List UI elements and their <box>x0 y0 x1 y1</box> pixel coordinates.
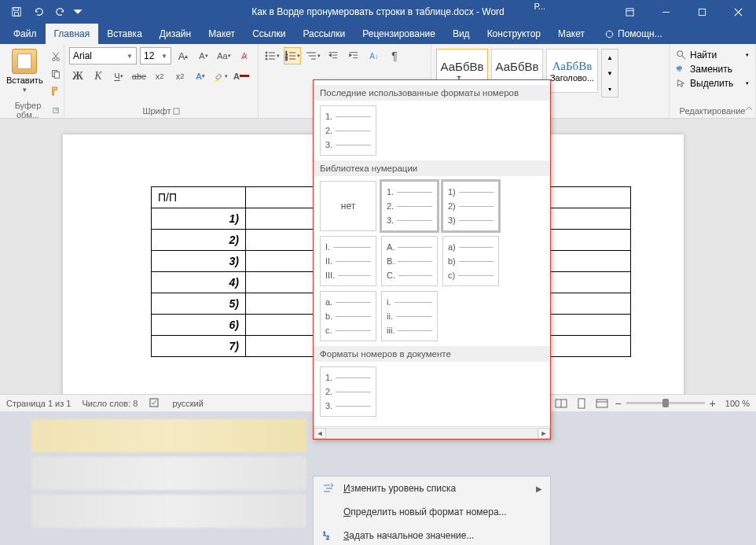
numfmt-none[interactable]: нет <box>320 181 376 231</box>
styles-down[interactable]: ▼ <box>602 65 618 81</box>
underline-button[interactable]: Ч▾ <box>110 68 127 85</box>
group-font: Arial▼ 12▼ A▴ A▾ Aa▾ A̷ Ж К Ч▾ abe x2 x2… <box>64 44 259 118</box>
zoom-in-button[interactable]: + <box>710 397 716 410</box>
print-layout-button[interactable] <box>574 396 589 411</box>
tab-file[interactable]: Файл <box>5 24 46 44</box>
numfmt-upper-alpha[interactable]: A. B. C. <box>381 236 438 286</box>
grow-font-button[interactable]: A▴ <box>174 47 192 64</box>
svg-point-21 <box>266 58 267 60</box>
scroll-right[interactable]: ► <box>538 428 550 439</box>
numfmt-lower-alpha-paren[interactable]: a) b) c) <box>442 236 499 286</box>
menu-define-new-format[interactable]: Определить новый формат номера... <box>314 500 550 524</box>
svg-point-19 <box>266 55 267 57</box>
numbering-menu: Изменить уровень списка ▶ Определить нов… <box>313 476 551 545</box>
redo-button[interactable] <box>50 2 71 22</box>
tab-mailings[interactable]: Рассылки <box>294 24 354 44</box>
ribbon-tabs: Файл Главная Вставка Дизайн Макет Ссылки… <box>0 24 756 44</box>
clear-format-button[interactable]: A̷ <box>236 47 253 64</box>
zoom-slider[interactable] <box>626 402 705 404</box>
undo-button[interactable] <box>28 2 49 22</box>
style-heading1[interactable]: АаБбВвЗаголово... <box>546 49 598 93</box>
spell-check-icon[interactable] <box>149 397 161 410</box>
numbering-gallery-popup: Последние использованные форматы номеров… <box>313 79 551 440</box>
tab-table-design[interactable]: Конструктор <box>479 24 549 44</box>
tab-design[interactable]: Дизайн <box>151 24 200 44</box>
numfmt-recent-decimal-dot[interactable]: 1. 2. 3. <box>320 105 376 156</box>
svg-rect-2 <box>14 13 18 16</box>
collapse-ribbon-button[interactable] <box>743 104 754 116</box>
svg-point-38 <box>677 51 683 57</box>
group-label-clipboard: Буфер обм... <box>5 99 59 121</box>
ribbon-options-button[interactable] <box>611 0 648 24</box>
tab-review[interactable]: Рецензирование <box>354 24 444 44</box>
save-button[interactable] <box>6 2 27 22</box>
svg-rect-1 <box>14 8 19 11</box>
numfmt-decimal-dot[interactable]: 1. 2. 3. <box>381 181 438 231</box>
section-recent: Последние использованные форматы номеров <box>314 85 550 101</box>
paste-button[interactable]: Вставить ▼ <box>5 47 45 99</box>
subscript-button[interactable]: x2 <box>151 68 168 85</box>
paste-icon <box>12 49 37 74</box>
tell-me[interactable]: Помощн... <box>593 24 673 44</box>
styles-more[interactable]: ▾ <box>602 81 618 97</box>
minimize-button[interactable] <box>648 0 684 24</box>
change-level-icon <box>321 481 336 495</box>
font-color-button[interactable]: A <box>233 68 250 85</box>
tab-insert[interactable]: Вставка <box>98 24 151 44</box>
find-button[interactable]: Найти▾ <box>674 49 750 61</box>
shrink-font-button[interactable]: A▾ <box>195 47 212 64</box>
sort-button[interactable]: A↓ <box>365 47 383 64</box>
tab-references[interactable]: Ссылки <box>244 24 294 44</box>
increase-indent-button[interactable] <box>345 47 362 64</box>
highlight-button[interactable]: ▾ <box>212 68 229 85</box>
tab-view[interactable]: Вид <box>444 24 479 44</box>
text-effects-button[interactable]: A▾ <box>192 68 209 85</box>
change-case-button[interactable]: Aa▾ <box>215 47 233 64</box>
bold-button[interactable]: Ж <box>69 68 86 85</box>
show-marks-button[interactable]: ¶ <box>386 47 403 64</box>
strikethrough-button[interactable]: abe <box>130 68 148 85</box>
tab-home[interactable]: Главная <box>46 24 99 44</box>
numfmt-lower-roman[interactable]: i. ii. iii. <box>381 291 438 341</box>
format-painter-button[interactable] <box>48 83 64 99</box>
gallery-scrollbar[interactable]: ◄ ► <box>314 426 550 439</box>
copy-button[interactable] <box>48 66 64 82</box>
styles-up[interactable]: ▲ <box>602 50 618 65</box>
menu-change-level[interactable]: Изменить уровень списка ▶ <box>314 477 550 500</box>
superscript-button[interactable]: x2 <box>171 68 189 85</box>
numfmt-decimal-paren[interactable]: 1) 2) 3) <box>442 181 499 231</box>
svg-rect-44 <box>578 399 585 408</box>
tab-layout[interactable]: Макет <box>200 24 244 44</box>
word-count[interactable]: Число слов: 8 <box>82 399 138 408</box>
numfmt-upper-roman[interactable]: I. II. III. <box>320 236 376 286</box>
zoom-out-button[interactable]: − <box>615 397 621 410</box>
svg-rect-15 <box>215 79 219 81</box>
svg-rect-16 <box>173 108 178 113</box>
menu-set-start-value[interactable]: 12 Задать начальное значение... <box>314 524 550 545</box>
select-button[interactable]: Выделить▾ <box>674 77 750 90</box>
font-size-combo[interactable]: 12▼ <box>140 47 171 64</box>
bullets-button[interactable]: ▾ <box>263 47 281 64</box>
replace-button[interactable]: abЗаменить <box>674 63 750 75</box>
multilevel-button[interactable]: ▾ <box>304 47 321 64</box>
scroll-left[interactable]: ◄ <box>314 428 326 439</box>
page-indicator[interactable]: Страница 1 из 1 <box>6 399 71 408</box>
font-name-combo[interactable]: Arial▼ <box>69 47 137 64</box>
language-indicator[interactable]: русский <box>172 399 203 408</box>
numfmt-lower-alpha-dot[interactable]: a. b. c. <box>320 291 376 341</box>
read-mode-button[interactable] <box>553 396 569 411</box>
numfmt-doc-decimal-dot[interactable]: 1. 2. 3. <box>320 366 376 417</box>
tab-table-layout[interactable]: Макет <box>549 24 593 44</box>
title-bar: Как в Ворде пронумеровать строки в табли… <box>0 0 756 24</box>
numbering-button[interactable]: 123▾ <box>284 47 301 64</box>
cut-button[interactable] <box>48 49 64 64</box>
submenu-arrow-icon: ▶ <box>536 484 542 493</box>
zoom-level[interactable]: 100 % <box>725 399 750 408</box>
quick-access-toolbar <box>0 2 83 22</box>
decrease-indent-button[interactable] <box>325 47 342 64</box>
italic-button[interactable]: К <box>90 68 107 85</box>
qat-customize[interactable] <box>72 2 83 22</box>
web-layout-button[interactable] <box>594 396 610 411</box>
close-button[interactable] <box>720 0 756 24</box>
maximize-button[interactable] <box>684 0 720 24</box>
